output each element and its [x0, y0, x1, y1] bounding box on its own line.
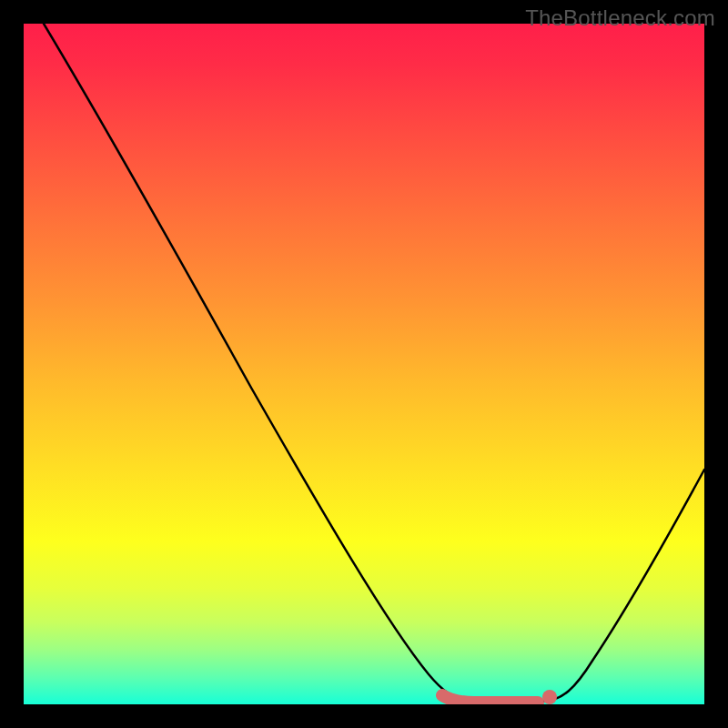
plot-area	[24, 24, 704, 704]
optimal-zone-marker	[442, 695, 538, 703]
watermark-text: TheBottleneck.com	[525, 5, 715, 31]
optimal-point-dot	[542, 690, 557, 704]
bottleneck-curve	[44, 24, 704, 703]
curve-overlay	[24, 24, 704, 704]
